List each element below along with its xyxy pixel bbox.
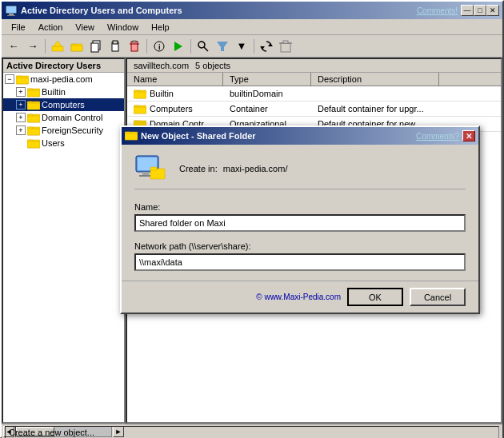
cell-type: builtinDomain — [223, 87, 311, 100]
menu-action[interactable]: Action — [32, 21, 70, 34]
table-row[interactable]: Builtin builtinDomain — [127, 86, 501, 102]
svg-point-19 — [198, 42, 205, 48]
menu-view[interactable]: View — [69, 21, 101, 34]
svg-rect-2 — [9, 14, 14, 15]
svg-rect-15 — [133, 41, 136, 42]
svg-rect-50 — [134, 107, 146, 113]
properties-button[interactable]: i — [150, 38, 168, 55]
svg-marker-23 — [260, 46, 265, 50]
root-expander[interactable]: − — [5, 74, 14, 84]
window-title: Active Directory Users and Computers — [21, 6, 182, 15]
delete-button[interactable] — [126, 38, 143, 55]
svg-rect-60 — [139, 175, 152, 177]
svg-rect-29 — [16, 78, 29, 84]
svg-rect-47 — [134, 92, 146, 98]
trash-button[interactable] — [277, 38, 294, 55]
svg-rect-38 — [27, 116, 40, 122]
comments-link[interactable]: Comments! — [417, 6, 458, 15]
menu-window[interactable]: Window — [101, 21, 145, 34]
search-button[interactable] — [194, 38, 212, 55]
back-button[interactable]: ← — [5, 38, 22, 55]
foreign-label: ForeignSecurity — [42, 125, 103, 135]
right-path: savilltech.com — [134, 61, 189, 70]
tree-root[interactable]: − maxi-pedia.com — [3, 73, 124, 86]
toolbar-separator-3 — [190, 39, 191, 54]
svg-rect-1 — [6, 6, 16, 13]
name-label: Name: — [134, 202, 466, 212]
tree-builtin[interactable]: + Builtin — [3, 86, 124, 98]
forward-button[interactable]: → — [24, 38, 42, 55]
table-row[interactable]: Computers Container Default container fo… — [127, 102, 501, 117]
computers-expander[interactable]: + — [16, 100, 26, 110]
svg-marker-18 — [174, 42, 182, 51]
title-bar-left: Active Directory Users and Computers — [5, 4, 182, 17]
app-icon — [5, 4, 18, 17]
svg-rect-4 — [52, 46, 63, 51]
users-label: Users — [42, 138, 65, 148]
toolbar-separator-2 — [146, 39, 147, 54]
dialog-content: Create in: maxi-pedia.com/ Name: Network… — [122, 145, 478, 281]
ok-button[interactable]: OK — [347, 288, 403, 306]
dropdown-button[interactable]: ▼ — [233, 38, 250, 55]
menu-bar: File Action View Window Help — [2, 19, 502, 35]
foreign-expander[interactable]: + — [16, 125, 26, 135]
network-path-label: Network path (\\server\share): — [134, 241, 466, 251]
col-name[interactable]: Name — [127, 73, 223, 86]
tree-foreign[interactable]: + ForeignSecurity — [3, 124, 124, 137]
domain-icon — [27, 112, 40, 123]
create-in-label: Create in: — [179, 164, 218, 173]
svg-text:i: i — [158, 43, 161, 51]
refresh-button[interactable] — [258, 38, 275, 55]
cell-desc — [311, 92, 439, 95]
tree-computers[interactable]: + Computers — [3, 98, 124, 111]
svg-rect-10 — [91, 43, 98, 52]
svg-rect-13 — [131, 42, 138, 51]
close-button[interactable]: ✕ — [486, 5, 499, 16]
toolbar: ← → i ▼ — [2, 35, 502, 58]
tree-domain-control[interactable]: + Domain Control — [3, 111, 124, 124]
name-input[interactable] — [134, 214, 466, 232]
tree-panel: Active Directory Users − maxi-pedia.com … — [2, 58, 126, 424]
builtin-label: Builtin — [42, 87, 66, 97]
copyright-text: © www.Maxi-Pedia.com — [134, 293, 341, 301]
computers-label: Computers — [42, 100, 85, 110]
toolbar-separator-1 — [45, 39, 46, 54]
cell-type: Container — [223, 102, 311, 115]
users-icon — [27, 137, 40, 149]
network-path-group: Network path (\\server\share): — [134, 241, 466, 271]
right-header: savilltech.com 5 objects — [127, 59, 501, 73]
svg-rect-12 — [113, 41, 118, 44]
svg-rect-35 — [27, 103, 40, 110]
maximize-button[interactable]: □ — [474, 5, 486, 16]
dialog-footer: © www.Maxi-Pedia.com OK Cancel — [122, 281, 478, 313]
computers-icon — [27, 99, 40, 110]
run-button[interactable] — [170, 38, 187, 55]
folder-button[interactable] — [68, 38, 86, 55]
paste-button[interactable] — [106, 38, 124, 55]
copy-button[interactable] — [87, 38, 105, 55]
builtin-expander[interactable]: + — [16, 87, 26, 97]
up-button[interactable] — [49, 38, 66, 55]
svg-rect-32 — [27, 90, 40, 97]
dialog-title-icon — [125, 129, 138, 142]
menu-help[interactable]: Help — [145, 21, 176, 34]
cancel-button[interactable]: Cancel — [410, 288, 466, 306]
dialog-comments-link[interactable]: Comments? — [416, 132, 459, 141]
dialog-close-button[interactable]: ✕ — [462, 130, 475, 141]
tree-header: Active Directory Users — [3, 59, 124, 73]
svg-rect-59 — [142, 172, 149, 175]
column-headers: Name Type Description — [127, 73, 501, 86]
root-label: maxi-pedia.com — [30, 74, 93, 84]
domain-expander[interactable]: + — [16, 113, 26, 122]
network-path-input[interactable] — [134, 253, 466, 271]
col-desc[interactable]: Description — [311, 73, 439, 86]
minimize-button[interactable]: — — [461, 5, 474, 16]
create-in-value: maxi-pedia.com/ — [223, 164, 288, 173]
filter-button[interactable] — [214, 38, 231, 55]
col-type[interactable]: Type — [223, 73, 311, 86]
tree-users[interactable]: Users — [3, 137, 124, 149]
menu-file[interactable]: File — [5, 21, 32, 34]
svg-rect-44 — [27, 141, 40, 148]
svg-marker-22 — [268, 43, 273, 46]
new-object-dialog: New Object - Shared Folder Comments? ✕ — [120, 125, 480, 314]
